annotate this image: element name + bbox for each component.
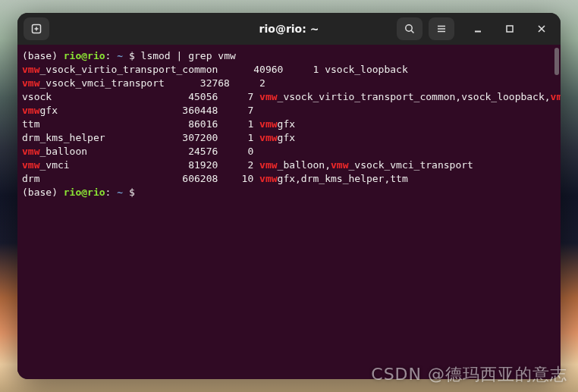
terminal-line: vsock 45056 7 vmw_vsock_virtio_transport…	[22, 90, 558, 104]
terminal-line: drm_kms_helper 307200 1 vmwgfx	[22, 131, 558, 145]
new-tab-button[interactable]	[24, 17, 49, 40]
terminal-line: (base) rio@rio: ~ $	[22, 186, 558, 199]
minimize-button[interactable]	[465, 17, 491, 40]
terminal-line: vmw_balloon 24576 0	[22, 145, 558, 158]
svg-point-1	[406, 25, 412, 31]
scrollbar-thumb[interactable]	[554, 48, 559, 75]
close-button[interactable]	[529, 17, 554, 40]
desktop-background: rio@rio: ~ (base) rio@rio: ~ $ lsmod | g…	[0, 0, 578, 392]
svg-rect-2	[507, 26, 513, 32]
terminal-line: ttm 86016 1 vmwgfx	[22, 118, 558, 131]
terminal-line: (base) rio@rio: ~ $ lsmod | grep vmw	[22, 49, 558, 63]
titlebar: rio@rio: ~	[17, 13, 561, 45]
maximize-button[interactable]	[497, 17, 523, 40]
terminal-line: vmw_vsock_vmci_transport 32768 2	[22, 77, 558, 90]
terminal-output: (base) rio@rio: ~ $ lsmod | grep vmwvmw_…	[22, 49, 558, 199]
hamburger-menu-button[interactable]	[429, 17, 454, 40]
terminal-line: vmw_vmci 81920 2 vmw_balloon,vmw_vsock_v…	[22, 158, 558, 172]
search-button[interactable]	[397, 17, 423, 40]
terminal-line: vmw_vsock_virtio_transport_common 40960 …	[22, 63, 558, 77]
terminal-line: vmwgfx 360448 7	[22, 104, 558, 118]
terminal-line: drm 606208 10 vmwgfx,drm_kms_helper,ttm	[22, 172, 558, 186]
terminal-window: rio@rio: ~ (base) rio@rio: ~ $ lsmod | g…	[17, 13, 561, 379]
terminal-body[interactable]: (base) rio@rio: ~ $ lsmod | grep vmwvmw_…	[17, 45, 561, 379]
